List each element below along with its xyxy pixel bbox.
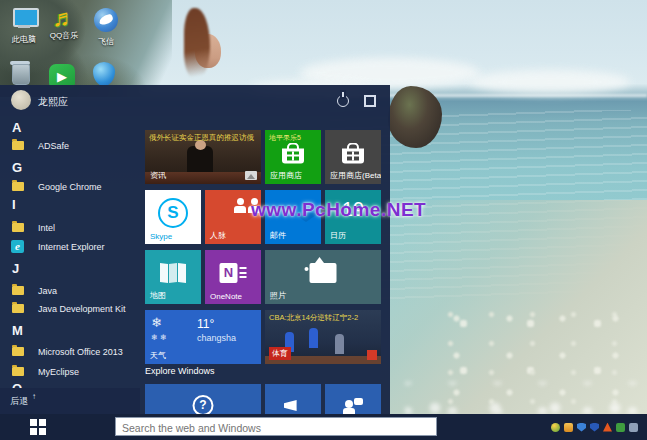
tile-onenote[interactable]: N OneNote [205, 250, 261, 304]
desktop-icon-label: 飞信 [86, 37, 126, 46]
app-list-item-myeclipse[interactable]: MyEclipse [0, 364, 140, 381]
taskbar [0, 414, 647, 440]
system-tray [551, 421, 643, 433]
water-drop-icon [93, 62, 115, 86]
internet-explorer-icon: e [11, 240, 24, 253]
app-list-item-google-chrome[interactable]: Google Chrome [0, 179, 140, 196]
store-badge-text: 地平果乐5 [269, 133, 301, 143]
sports-badge-icon [367, 350, 377, 360]
app-label: ADSafe [38, 141, 69, 151]
map-icon [160, 263, 186, 282]
tray-ime-icon[interactable] [629, 423, 638, 432]
app-list-item-microsoft-office-2013[interactable]: Microsoft Office 2013 [0, 344, 140, 361]
app-label: Microsoft Office 2013 [38, 347, 123, 357]
tile-news[interactable]: 俄外长证实金正恩真的推迟访俄 资讯 [145, 130, 261, 184]
tile-label: 天气 [150, 350, 166, 361]
tile-label: 照片 [270, 290, 286, 301]
start-menu-header: 龙熙应 [0, 85, 390, 115]
desktop-icon-label: 此电脑 [4, 35, 44, 44]
search-input[interactable] [116, 420, 436, 437]
app-list-letter-a[interactable]: A [12, 120, 152, 137]
app-label: Internet Explorer [38, 242, 105, 252]
app-list-item-java[interactable]: Java [0, 283, 140, 300]
skype-logo-icon: S [158, 198, 188, 228]
user-avatar[interactable] [11, 90, 31, 110]
snowflake-icon: ❄ ❄ ❄ [151, 316, 191, 344]
tile-store[interactable]: 地平果乐5 应用商店 [265, 130, 321, 184]
folder-icon [12, 182, 24, 191]
app-list-item-intel[interactable]: Intel [0, 220, 140, 237]
tile-maps[interactable]: 地图 [145, 250, 201, 304]
tray-green-app-icon[interactable] [616, 423, 625, 432]
photos-icon [310, 263, 337, 283]
sports-headline: CBA:北京14分逆转辽宁2-2 [269, 313, 378, 323]
recycle-bin-icon [10, 60, 30, 84]
sports-player-figure [335, 334, 344, 354]
tile-feedback[interactable] [265, 384, 321, 414]
power-icon[interactable] [337, 95, 349, 107]
wallpaper-watermark-blur [405, 382, 647, 414]
app-list-letter-g[interactable]: G [12, 160, 152, 177]
tray-alert-icon[interactable] [603, 423, 612, 432]
computer-icon [11, 8, 37, 30]
app-label: Google Chrome [38, 182, 102, 192]
tile-label: 日历 [330, 230, 346, 241]
megaphone-icon [284, 400, 302, 411]
onenote-icon: N [220, 263, 247, 283]
app-label: Java Development Kit [38, 304, 126, 314]
start-button-windows-icon[interactable] [30, 419, 46, 435]
user-name[interactable]: 龙熙应 [38, 95, 68, 109]
tile-label: 人脉 [210, 230, 226, 241]
desktop-icon-fetion[interactable]: 飞信 [86, 8, 126, 46]
news-headline: 俄外长证实金正恩真的推迟访俄 [149, 133, 258, 142]
photo-icon [245, 171, 257, 180]
tile-store-beta[interactable]: 应用商店(Beta) [325, 130, 381, 184]
tile-label: 体育 [269, 347, 291, 360]
app-list-item-internet-explorer[interactable]: eInternet Explorer [0, 239, 140, 256]
question-mark-icon: ? [193, 395, 214, 414]
app-label: Intel [38, 223, 55, 233]
tile-sports[interactable]: CBA:北京14分逆转辽宁2-2 体育 [265, 310, 381, 364]
tile-label: 资讯 [150, 170, 166, 181]
site-watermark: www.PcHome.NET [251, 199, 426, 221]
desktop-icon-qq-music[interactable]: ♬ QQ音乐 [44, 6, 84, 40]
app-list-item-adsafe[interactable]: ADSafe [0, 138, 140, 155]
desktop-screen: { "desktop": { "icons": [ {"label": "此电脑… [0, 0, 647, 440]
start-menu: 龙熙应 A ADSafe G Google Chrome I Intel eIn… [0, 85, 390, 414]
app-list-letter-i[interactable]: I [12, 197, 152, 214]
tile-label: OneNote [210, 292, 242, 301]
desktop-icon-this-pc[interactable]: 此电脑 [4, 8, 44, 44]
back-label: 后退 [10, 395, 28, 408]
tile-skype[interactable]: S Skype [145, 190, 201, 244]
folder-icon [12, 367, 24, 376]
tray-shield-icon[interactable] [577, 423, 586, 432]
folder-icon [12, 223, 24, 232]
tile-weather[interactable]: ❄ ❄ ❄ 11° changsha 天气 [145, 310, 261, 364]
tile-photos[interactable]: 照片 [265, 250, 381, 304]
tile-label: 地图 [150, 290, 166, 301]
app-list-letter-m[interactable]: M [12, 323, 152, 340]
app-list-letter-j[interactable]: J [12, 261, 152, 278]
app-list-item-java-development-kit[interactable]: Java Development Kit [0, 301, 140, 318]
expand-start-menu-icon[interactable] [364, 95, 376, 107]
folder-icon [12, 304, 24, 313]
support-person-icon [343, 398, 363, 414]
music-note-icon: ♬ [52, 6, 76, 30]
app-label: MyEclipse [38, 367, 79, 377]
folder-icon [12, 286, 24, 295]
back-button[interactable]: 后退 ↑ [0, 388, 140, 414]
dove-icon [94, 8, 118, 32]
app-label: Java [38, 286, 57, 296]
weather-city: changsha [197, 333, 236, 343]
tray-folder-icon[interactable] [564, 423, 573, 432]
tile-get-started[interactable]: ? [145, 384, 261, 414]
up-arrow-icon: ↑ [32, 392, 36, 401]
weather-temperature: 11° [197, 317, 214, 331]
tile-label: 应用商店 [270, 170, 302, 181]
taskbar-search[interactable] [115, 417, 437, 436]
tray-updater-icon[interactable] [551, 423, 560, 432]
desktop-icon-label: QQ音乐 [44, 31, 84, 40]
tile-contact-support[interactable] [325, 384, 381, 414]
tray-security-shield-icon[interactable] [590, 423, 599, 432]
tile-label: Skype [150, 232, 172, 241]
